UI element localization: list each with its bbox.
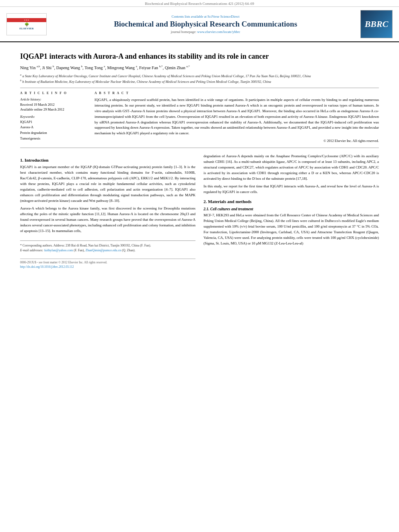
footer-issn: 0006-291X/$ - see front matter © 2012 El… — [20, 261, 107, 264]
sciverse-text: Contents lists available at SciVerse Sci… — [55, 14, 356, 18]
received-date: Received 19 March 2012 — [20, 103, 86, 107]
body-right-column: degradation of Aurora-A depends mainly o… — [204, 154, 379, 268]
section1-title: 1. Introduction — [20, 158, 195, 162]
section2-sub-title: 2.1. Cell cultures and treatment — [204, 207, 379, 211]
sciverse-link[interactable]: SciVerse ScienceDirect — [208, 14, 240, 18]
abstract-section: A B S T R A C T IQGAP1, a ubiquitously e… — [95, 91, 379, 143]
article-info-label: A R T I C L E I N F O — [20, 91, 86, 95]
history-label: Article history: — [20, 97, 86, 101]
journal-citation: Biochemical and Biophysical Research Com… — [0, 0, 399, 7]
footnote-emails: E-mail addresses: faithyfan@yahoo.com (F… — [20, 248, 195, 253]
abstract-text: IQGAP1, a ubiquitously expressed scaffol… — [95, 97, 379, 137]
section1-right-paragraph1: degradation of Aurora-A depends mainly o… — [204, 154, 379, 195]
authors-line: Ning Yin a,b, Ji Shi b, Dapeng Wang b, T… — [20, 64, 379, 71]
email-link-fan[interactable]: faithyfan@yahoo.com — [44, 249, 73, 252]
section2-text: MCF-7, HEK293 and HeLa were obtained fro… — [204, 213, 379, 246]
homepage-link[interactable]: www.elsevier.com/locate/ybbrc — [197, 30, 240, 34]
paper-title: IQGAP1 interacts with Aurora-A and enhan… — [20, 52, 379, 61]
paper-content: IQGAP1 interacts with Aurora-A and enhan… — [0, 42, 399, 274]
footnote-corresponding: * Corresponding authors. Address: 238 Ba… — [20, 243, 195, 248]
bbrc-logo-area: BBRC — [360, 10, 393, 38]
keyword-3: Protein degradation — [20, 130, 86, 136]
body-left-column: 1. Introduction IQGAP1 is an important m… — [20, 154, 195, 268]
email-link-zhan[interactable]: ZhanQimin@pumce.edu.cn — [85, 249, 121, 252]
section2-title: 2. Materials and methods — [204, 199, 379, 204]
elsevier-label: ELSEVIER — [19, 27, 33, 30]
divider-1 — [20, 88, 379, 88]
article-info: A R T I C L E I N F O Article history: R… — [20, 91, 86, 143]
bbrc-logo: BBRC — [360, 10, 393, 38]
divider-2 — [20, 148, 379, 148]
footnote-area: * Corresponding authors. Address: 238 Ba… — [20, 240, 195, 253]
logo-top-bar: ▪ ▪ ▪ — [7, 18, 46, 22]
citation-text: Biochemical and Biophysical Research Com… — [145, 2, 254, 6]
journal-homepage: journal homepage: www.elsevier.com/locat… — [55, 30, 356, 34]
abstract-label: A B S T R A C T — [95, 91, 379, 95]
journal-title: Biochemical and Biophysical Research Com… — [55, 20, 356, 29]
keywords-label: Keywords: — [20, 115, 86, 119]
main-body: 1. Introduction IQGAP1 is an important m… — [20, 154, 379, 268]
logo-tree: 🌳 — [25, 23, 29, 27]
affiliations: a a State Key Laboratory of Molecular On… — [20, 73, 379, 84]
keyword-4: Tumorigenesis — [20, 136, 86, 142]
copyright-text: © 2012 Elsevier Inc. All rights reserved… — [95, 139, 379, 143]
section1-paragraph1: IQGAP1 is an important member of the IQG… — [20, 164, 195, 234]
header-center: Contents lists available at SciVerse Sci… — [51, 14, 360, 34]
keyword-2: Aurora-A — [20, 125, 86, 130]
elsevier-logo: ▪ ▪ ▪ 🌳 ELSEVIER — [6, 13, 47, 35]
footer-bar: 0006-291X/$ - see front matter © 2012 El… — [20, 259, 195, 264]
elsevier-logo-area: ▪ ▪ ▪ 🌳 ELSEVIER — [6, 13, 51, 35]
available-date: Available online 29 March 2012 — [20, 107, 86, 111]
journal-header: ▪ ▪ ▪ 🌳 ELSEVIER Contents lists availabl… — [0, 7, 399, 42]
keyword-1: IQGAP1 — [20, 119, 86, 125]
footer-doi[interactable]: http://dx.doi.org/10.1016/j.bbrc.2012.03… — [20, 265, 195, 269]
info-abstract-section: A R T I C L E I N F O Article history: R… — [20, 91, 379, 143]
